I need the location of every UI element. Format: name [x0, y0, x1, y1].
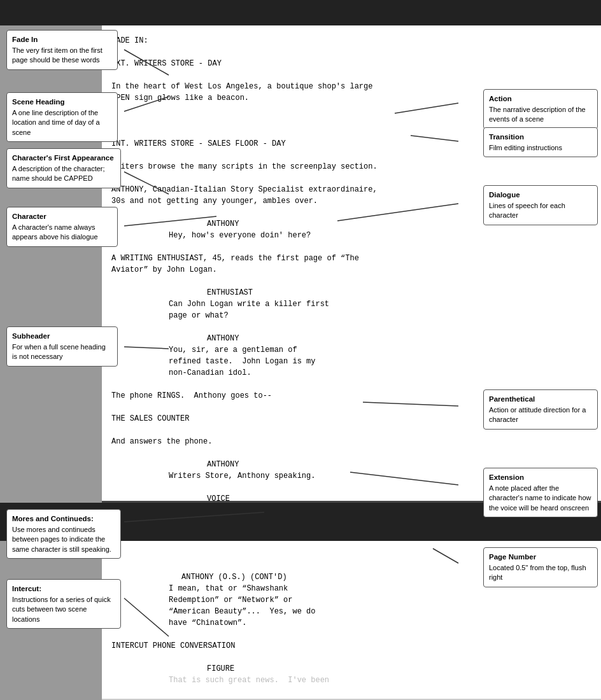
annotation-transition-body: Film editing instructions [489, 144, 562, 151]
annotation-scene-heading-body: A one line description of the location a… [12, 109, 100, 136]
line-blank-8 [111, 241, 588, 253]
annotation-page-number-body: Located 0.5" from the top, flush right [489, 564, 586, 581]
annotation-dialogue: Dialogue Lines of speech for each charac… [483, 185, 598, 225]
annotation-parenthetical-title: Parenthetical [489, 394, 592, 404]
line-action-2: Writers browse the many scripts in the s… [111, 161, 588, 172]
annotation-parenthetical: Parenthetical Action or attitude directi… [483, 389, 598, 430]
annotation-extension-title: Extension [489, 472, 592, 482]
line-dial-7b: Redemption” or “Network” or [111, 594, 588, 606]
line-blank-9 [111, 276, 588, 287]
line-blank-11 [111, 379, 588, 390]
annotation-fade-in-title: Fade In [12, 34, 112, 45]
annotation-page-number-title: Page Number [489, 552, 592, 562]
annotation-fade-in-body: The very first item on the first page sh… [12, 46, 103, 64]
annotation-character-body: A character's name always appears above … [12, 223, 98, 241]
line-blank-2 [111, 69, 588, 81]
line-scene-1: EXT. WRITERS STORE - DAY [111, 58, 588, 69]
line-blank-p2-3 [111, 652, 588, 663]
line-blank-10 [111, 321, 588, 333]
line-dial-2b: page or what? [111, 310, 588, 321]
annotation-transition-title: Transition [489, 132, 592, 142]
black-bar-top [0, 0, 601, 25]
line-intercut: INTERCUT PHONE CONVERSATION [111, 640, 588, 652]
line-blank-p2-2 [111, 629, 588, 640]
annotation-subheader-body: For when a full scene heading is not nec… [12, 343, 106, 360]
annotation-page-number: Page Number Located 0.5" from the top, f… [483, 547, 598, 587]
line-char-8: FIGURE [111, 663, 588, 675]
line-dial-8: That is such great news. I've been [111, 675, 588, 686]
annotation-mores-body: Use mores and continueds between pages t… [12, 526, 111, 553]
annotation-intercut-body: Instructions for a series of quick cuts … [12, 596, 111, 623]
line-char-2: ENTHUSIAST [111, 287, 588, 298]
annotation-character-title: Character [12, 211, 112, 221]
annotation-mores: Mores and Continueds: Use mores and cont… [6, 509, 121, 559]
line-dial-3c: non-Canadian idol. [111, 367, 588, 379]
line-dial-1: Hey, how's everyone doin' here? [111, 230, 588, 241]
annotation-mores-title: Mores and Continueds: [12, 514, 115, 524]
line-dial-3b: refined taste. John Logan is my [111, 356, 588, 367]
line-blank-14 [111, 447, 588, 459]
annotation-intercut: Intercut: Instructions for a series of q… [6, 579, 121, 629]
line-dial-7d: have “Chinatown”. [111, 617, 588, 629]
line-char-3: ANTHONY [111, 333, 588, 344]
line-action-4a: A WRITING ENTHUSIAST, 45, reads the firs… [111, 253, 588, 264]
line-action-4b: Aviator” by John Logan. [111, 264, 588, 276]
annotation-action-body: The narrative description of the events … [489, 106, 586, 123]
annotation-dialogue-title: Dialogue [489, 190, 592, 200]
line-blank-6 [111, 172, 588, 184]
line-dial-3a: You, sir, are a gentleman of [111, 344, 588, 356]
line-fade-in: FADE IN: [111, 35, 588, 46]
annotation-extension-body: A note placed after the character's name… [489, 484, 591, 512]
annotation-scene-heading: Scene Heading A one line description of … [6, 92, 118, 142]
annotation-character-first-body: A description of the character; name sho… [12, 165, 105, 182]
annotation-action: Action The narrative description of the … [483, 89, 598, 129]
annotation-character-first-title: Character's First Appearance [12, 153, 115, 163]
annotation-transition: Transition Film editing instructions [483, 127, 598, 157]
annotation-subheader-title: Subheader [12, 331, 112, 341]
annotation-character-first: Character's First Appearance A descripti… [6, 148, 121, 188]
page-wrapper: Fade In The very first item on the first… [0, 0, 601, 700]
annotation-scene-heading-title: Scene Heading [12, 97, 112, 107]
annotation-dialogue-body: Lines of speech for each character [489, 202, 565, 219]
annotation-extension: Extension A note placed after the charac… [483, 468, 598, 517]
line-action-6: And answers the phone. [111, 436, 588, 447]
line-dial-2a: Can John Logan write a killer first [111, 298, 588, 310]
line-dial-7c: “American Beauty”... Yes, we do [111, 606, 588, 617]
annotation-fade-in: Fade In The very first item on the first… [6, 30, 118, 70]
annotation-parenthetical-body: Action or attitude direction for a chara… [489, 406, 586, 423]
annotation-action-title: Action [489, 94, 592, 104]
annotation-character: Character A character's name always appe… [6, 207, 118, 247]
line-blank-1 [111, 46, 588, 58]
annotation-intercut-title: Intercut: [12, 584, 115, 594]
annotation-subheader: Subheader For when a full scene heading … [6, 326, 118, 367]
